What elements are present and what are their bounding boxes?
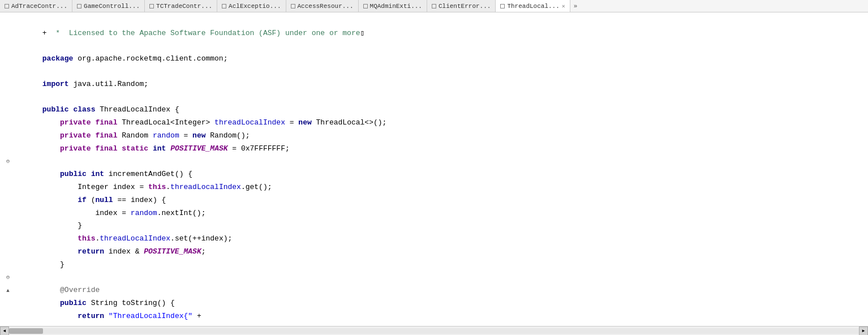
- tab-label: ClientError...: [439, 3, 491, 10]
- arrow-icon[interactable]: ▲: [6, 285, 9, 297]
- code-line-blank5: [0, 259, 868, 272]
- code-line-override: ⊖ @Override: [0, 272, 868, 285]
- tab-label: TCTradeContr...: [156, 3, 212, 10]
- code-editor: + * Licensed to the Apache Software Foun…: [0, 12, 868, 326]
- code-line-blank4: [0, 143, 868, 156]
- tab-icon: [291, 4, 295, 8]
- code-line-close-if: }: [0, 207, 868, 220]
- tab-icon: [149, 4, 154, 8]
- tab-icon: [77, 4, 81, 8]
- scroll-track[interactable]: [9, 328, 859, 334]
- code-line-package: package org.apache.rocketmq.client.commo…: [0, 40, 868, 53]
- horizontal-scrollbar[interactable]: ◄ ►: [0, 326, 868, 335]
- code-line-import: import java.util.Random;: [0, 66, 868, 79]
- tab-label: ThreadLocal...: [507, 3, 559, 10]
- scroll-left-button[interactable]: ◄: [0, 327, 9, 336]
- gutter-override[interactable]: ⊖: [2, 272, 14, 284]
- code-line-class: public class ThreadLocalIndex {: [0, 91, 868, 104]
- tab-AdTraceContr[interactable]: AdTraceContr...: [0, 0, 72, 12]
- tab-label: GameControll...: [84, 3, 140, 10]
- code-line-blank3: [0, 79, 868, 91]
- scroll-thumb[interactable]: [9, 328, 43, 334]
- scroll-right-icon: ►: [862, 328, 865, 333]
- tab-bar: AdTraceContr... GameControll... TCTradeC…: [0, 0, 868, 12]
- tab-icon: [432, 4, 436, 8]
- collapse-icon[interactable]: ⊖: [6, 156, 10, 168]
- code-line-method1: ⊖ public int incrementAndGet() {: [0, 156, 868, 169]
- tab-MQAdminExti[interactable]: MQAdminExti...: [359, 0, 427, 12]
- tab-TCTradeContr[interactable]: TCTradeContr...: [145, 0, 217, 12]
- gutter-method1[interactable]: ⊖: [2, 156, 14, 168]
- scroll-left-icon: ◄: [3, 328, 6, 333]
- code-line-if: if (null == index) {: [0, 182, 868, 195]
- tab-label: AclExceptio...: [229, 3, 281, 10]
- code-line-stmt1: Integer index = this.threadLocalIndex.ge…: [0, 169, 868, 182]
- tab-more-button[interactable]: »: [570, 3, 581, 10]
- scroll-right-button[interactable]: ►: [859, 327, 868, 336]
- code-line-return: return index & POSITIVE_MASK;: [0, 233, 868, 246]
- tab-label: AdTraceContr...: [11, 3, 67, 10]
- tab-GameControll[interactable]: GameControll...: [72, 0, 145, 12]
- code-line-license: + * Licensed to the Apache Software Foun…: [0, 15, 868, 28]
- code-line-ret2: "threadLocalIndex=" + threadLocalIndex.g…: [0, 311, 868, 324]
- tab-icon: [500, 4, 505, 8]
- gutter-tostring[interactable]: ▲: [2, 285, 14, 297]
- code-line-field1: private final ThreadLocal<Integer> threa…: [0, 104, 868, 117]
- tab-ThreadLocal[interactable]: ThreadLocal... ✕: [496, 0, 570, 12]
- code-line-ret1: return "ThreadLocalIndex{" +: [0, 298, 868, 311]
- code-line-blank2: [0, 53, 868, 66]
- tab-icon: [222, 4, 226, 8]
- code-line-field3: private final static int POSITIVE_MASK =…: [0, 130, 868, 143]
- code-line-blank1: [0, 28, 868, 40]
- line-content-ret2[interactable]: "threadLocalIndex=" + threadLocalIndex.g…: [16, 311, 868, 326]
- tab-icon: [5, 4, 9, 8]
- code-line-stmt2: index = random.nextInt();: [0, 195, 868, 208]
- tab-icon: [363, 4, 368, 8]
- code-line-field2: private final Random random = new Random…: [0, 117, 868, 130]
- code-line-tostring: ▲ public String toString() {: [0, 285, 868, 298]
- tab-ClientError[interactable]: ClientError...: [427, 0, 496, 12]
- tab-close-icon[interactable]: ✕: [562, 3, 565, 10]
- tab-label: MQAdminExti...: [370, 3, 422, 10]
- tab-AclExceptio[interactable]: AclExceptio...: [217, 0, 286, 12]
- code-line-stmt3: this.threadLocalIndex.set(++index);: [0, 220, 868, 233]
- tab-AccessResour[interactable]: AccessResour...: [286, 0, 359, 12]
- tab-label: AccessResour...: [298, 3, 354, 10]
- code-line-close-method: }: [0, 246, 868, 259]
- collapse-icon-2[interactable]: ⊖: [6, 272, 10, 284]
